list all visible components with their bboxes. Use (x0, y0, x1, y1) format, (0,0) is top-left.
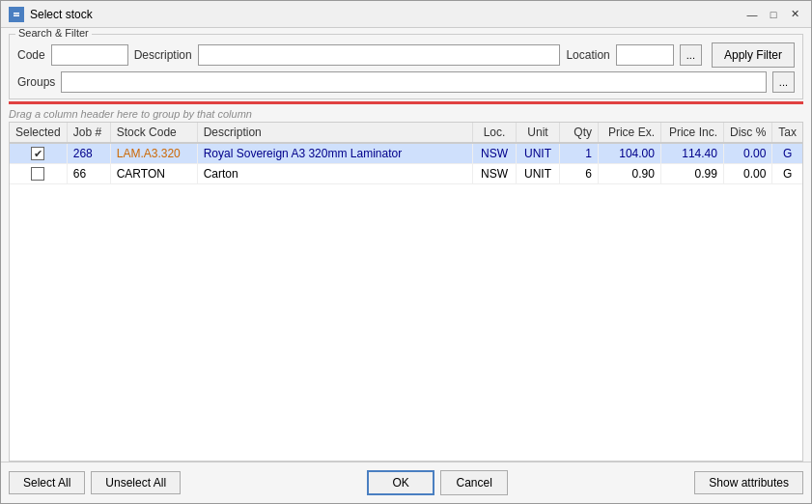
title-bar: Select stock — □ ✕ (1, 1, 811, 28)
row-checkbox[interactable]: ✔ (31, 147, 44, 160)
filter-row-1: Code Description Location ... Apply Filt… (17, 42, 795, 68)
col-header-selected[interactable]: Selected (10, 123, 67, 143)
bottom-center-buttons: OK Cancel (367, 470, 508, 495)
drag-hint: Drag a column header here to group by th… (1, 104, 811, 122)
row-loc: NSW (472, 164, 516, 184)
section-label: Search & Filter (15, 28, 92, 39)
svg-rect-1 (14, 13, 19, 14)
table-header-row: Selected Job # Stock Code Description Lo… (10, 123, 802, 143)
row-checkbox-cell[interactable] (10, 164, 67, 184)
bottom-bar: Select All Unselect All OK Cancel Show a… (1, 462, 811, 503)
col-header-job[interactable]: Job # (67, 123, 110, 143)
row-tax: G (772, 164, 802, 184)
stock-table: Selected Job # Stock Code Description Lo… (10, 123, 802, 184)
row-price-inc: 0.99 (660, 164, 723, 184)
row-qty: 6 (559, 164, 598, 184)
col-header-tax[interactable]: Tax (772, 123, 802, 143)
maximize-button[interactable]: □ (765, 6, 782, 23)
row-checkbox[interactable] (31, 167, 44, 181)
row-price-inc: 114.40 (660, 143, 723, 164)
unselect-all-button[interactable]: Unselect All (91, 471, 181, 494)
window-controls: — □ ✕ (743, 6, 803, 23)
table-row[interactable]: ✔268LAM.A3.320Royal Sovereign A3 320mm L… (10, 143, 802, 164)
table-body: ✔268LAM.A3.320Royal Sovereign A3 320mm L… (10, 143, 802, 184)
location-label: Location (566, 48, 609, 62)
col-header-stockcode[interactable]: Stock Code (110, 123, 197, 143)
col-header-loc[interactable]: Loc. (472, 123, 516, 143)
row-price-ex: 104.00 (598, 143, 660, 164)
svg-rect-0 (12, 10, 21, 19)
location-dots-button[interactable]: ... (680, 44, 702, 66)
row-price-ex: 0.90 (598, 164, 660, 184)
groups-dots-button[interactable]: ... (772, 71, 795, 93)
col-header-unit[interactable]: Unit (516, 123, 559, 143)
code-label: Code (17, 48, 45, 62)
location-input[interactable] (616, 44, 674, 66)
window-content: Search & Filter Code Description Locatio… (1, 28, 811, 503)
row-stockcode: CARTON (110, 164, 197, 184)
row-unit: UNIT (516, 143, 559, 164)
bottom-right-buttons: Show attributes (694, 471, 803, 494)
show-attributes-button[interactable]: Show attributes (694, 471, 803, 494)
groups-label: Groups (17, 75, 55, 89)
ok-button[interactable]: OK (367, 470, 434, 495)
row-loc: NSW (472, 143, 516, 164)
bottom-left-buttons: Select All Unselect All (9, 471, 181, 494)
close-button[interactable]: ✕ (786, 6, 803, 23)
row-description: Carton (197, 164, 472, 184)
row-qty: 1 (559, 143, 598, 164)
row-checkbox-cell[interactable]: ✔ (10, 143, 67, 164)
col-header-qty[interactable]: Qty (559, 123, 598, 143)
col-header-priceex[interactable]: Price Ex. (598, 123, 660, 143)
description-input[interactable] (198, 44, 561, 66)
row-tax: G (772, 143, 802, 164)
row-job: 66 (67, 164, 110, 184)
apply-filter-button[interactable]: Apply Filter (712, 42, 795, 68)
col-header-disc[interactable]: Disc % (723, 123, 771, 143)
row-description: Royal Sovereign A3 320mm Laminator (197, 143, 472, 164)
select-all-button[interactable]: Select All (9, 471, 85, 494)
col-header-description[interactable]: Description (197, 123, 472, 143)
row-disc: 0.00 (723, 164, 771, 184)
col-header-priceinc[interactable]: Price Inc. (660, 123, 723, 143)
row-job: 268 (67, 143, 110, 164)
description-label: Description (134, 48, 192, 62)
cancel-button[interactable]: Cancel (440, 470, 508, 495)
filter-row-2: Groups ... (17, 71, 795, 93)
row-stockcode: LAM.A3.320 (110, 143, 197, 164)
row-unit: UNIT (516, 164, 559, 184)
groups-input[interactable] (61, 71, 766, 93)
window-icon (9, 7, 24, 22)
minimize-button[interactable]: — (743, 6, 761, 23)
svg-rect-2 (14, 14, 19, 16)
row-disc: 0.00 (723, 143, 771, 164)
stock-table-container[interactable]: Selected Job # Stock Code Description Lo… (9, 122, 803, 462)
search-filter-section: Search & Filter Code Description Locatio… (9, 34, 803, 99)
code-input[interactable] (51, 44, 128, 66)
table-row[interactable]: 66CARTONCartonNSWUNIT60.900.990.00G (10, 164, 802, 184)
select-stock-window: Select stock — □ ✕ Search & Filter Code … (0, 0, 812, 504)
window-title: Select stock (30, 8, 738, 21)
